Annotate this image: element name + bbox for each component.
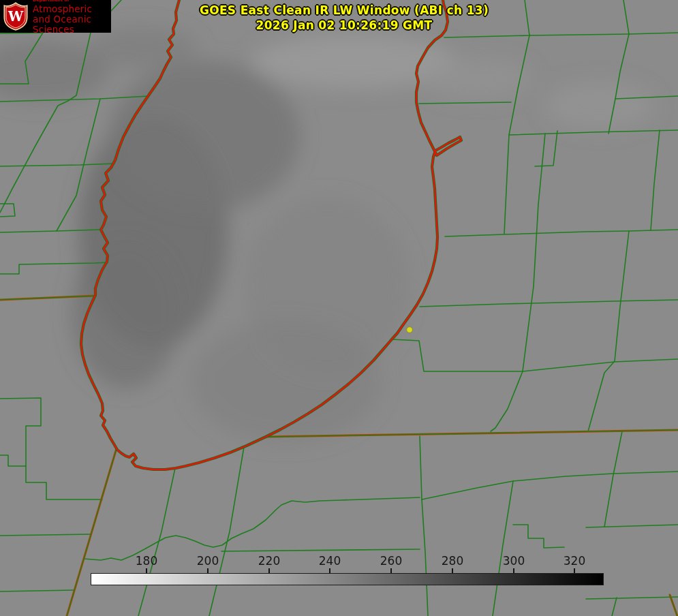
colorbar-label: 320 <box>564 554 585 568</box>
logo-line2: and Oceanic Sciences <box>33 14 111 35</box>
colorbar-label: 280 <box>442 554 463 568</box>
uw-aos-logo: W Department of Atmospheric and Oceanic … <box>0 0 111 33</box>
colorbar-tick <box>574 568 575 573</box>
colorbar-tick <box>513 568 514 573</box>
colorbar-label: 220 <box>258 554 280 568</box>
logo-department-prefix: Department of <box>33 0 111 3</box>
colorbar-label: 200 <box>197 554 219 568</box>
logo-text: Department of Atmospheric and Oceanic Sc… <box>33 0 111 35</box>
colorbar-tick <box>146 568 147 573</box>
colorbar-tick <box>268 568 270 573</box>
crest-letter: W <box>7 8 24 25</box>
station-marker-dot <box>407 327 413 333</box>
colorbar-tick <box>207 568 209 573</box>
colorbar-label: 260 <box>380 554 402 568</box>
colorbar-tick <box>329 568 330 573</box>
colorbar-tick <box>452 568 453 573</box>
satellite-map <box>0 0 678 616</box>
temperature-colorbar <box>91 573 604 585</box>
logo-line1: Atmospheric <box>33 4 111 14</box>
colorbar-label: 180 <box>136 554 157 568</box>
app-window: W Department of Atmospheric and Oceanic … <box>0 0 678 616</box>
colorbar-label: 300 <box>503 554 525 568</box>
colorbar-label: 240 <box>319 554 341 568</box>
colorbar-tick <box>390 568 392 573</box>
uw-crest-icon: W <box>3 2 28 31</box>
